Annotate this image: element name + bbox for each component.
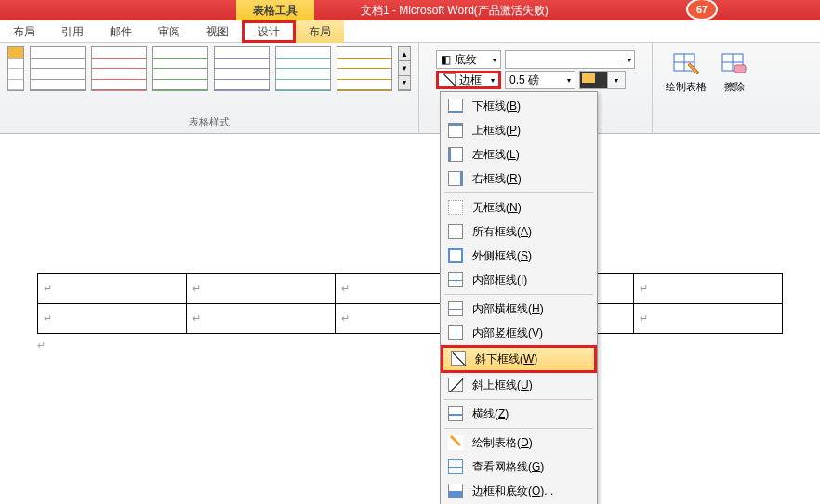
table-cell[interactable]: ↵ xyxy=(633,274,782,304)
tab-layout2[interactable]: 布局 xyxy=(296,20,344,43)
i-draw-icon xyxy=(448,435,463,450)
ribbon-tabs: 布局 引用 邮件 审阅 视图 设计 布局 xyxy=(0,20,820,43)
table-cell[interactable]: ↵ xyxy=(187,274,336,304)
lead-style-swatch[interactable] xyxy=(7,46,24,91)
table-style[interactable] xyxy=(275,46,331,91)
i-none-icon xyxy=(448,200,463,215)
table-style[interactable] xyxy=(337,46,392,91)
group-label-styles: 表格样式 xyxy=(189,115,230,131)
table-style[interactable] xyxy=(91,46,147,91)
border-menu-item[interactable]: 边框和底纹(O)... xyxy=(441,479,597,503)
tab-review[interactable]: 审阅 xyxy=(145,20,193,43)
draw-table-button[interactable]: 绘制表格 xyxy=(666,48,707,127)
borders-menu: 下框线(B)上框线(P)左框线(L)右框线(R)无框线(N)所有框线(A)外侧框… xyxy=(440,91,598,504)
border-icon xyxy=(443,73,456,86)
pen-color-dropdown[interactable]: ▾ xyxy=(579,71,626,89)
draw-table-icon xyxy=(671,48,701,78)
border-menu-item[interactable]: 横线(Z) xyxy=(441,402,597,426)
tab-references[interactable]: 引用 xyxy=(48,20,97,43)
table-cell[interactable]: ↵ xyxy=(38,274,187,304)
i-outside-icon xyxy=(448,248,463,263)
draw-tools: 绘制表格 擦除 xyxy=(653,43,762,133)
notification-badge[interactable]: 67 xyxy=(686,0,718,20)
i-all-icon xyxy=(448,224,463,239)
table-style[interactable] xyxy=(30,46,86,91)
i-inside-v-icon xyxy=(448,325,463,340)
ribbon: ▲ ▼ ▾ 表格样式 ◧ 底纹 ▾ ▾ 边框 ▾ xyxy=(0,43,820,134)
table-row[interactable]: ↵ ↵ ↵ ↵ ↵ xyxy=(38,304,783,334)
border-menu-item[interactable]: 查看网格线(G) xyxy=(441,455,597,479)
i-diag-down-icon xyxy=(451,351,466,366)
border-menu-item[interactable]: 上框线(P) xyxy=(441,118,597,142)
border-menu-item[interactable]: 外侧框线(S) xyxy=(441,244,597,268)
table-cell[interactable]: ↵ xyxy=(633,304,782,334)
tab-view[interactable]: 视图 xyxy=(193,20,242,43)
document-area[interactable]: ↵ ↵ ↵ ↵ ↵ ↵ ↵ ↵ ↵ ↵ ↵ xyxy=(0,134,820,351)
paragraph-mark: ↵ xyxy=(37,339,783,351)
i-shading-icon xyxy=(448,484,463,498)
i-bottom-icon xyxy=(448,99,463,113)
border-menu-item[interactable]: 右框线(R) xyxy=(441,166,597,191)
shading-dropdown[interactable]: ◧ 底纹 ▾ xyxy=(436,50,501,69)
borders-dropdown[interactable]: 边框 ▾ xyxy=(436,71,501,89)
i-diag-up-icon xyxy=(448,378,463,392)
i-inside-icon xyxy=(448,272,463,287)
eraser-icon xyxy=(720,48,749,78)
i-grid-icon xyxy=(448,459,463,474)
tab-layout1[interactable]: 布局 xyxy=(0,20,48,43)
table-cell[interactable]: ↵ xyxy=(38,304,187,334)
table-style[interactable] xyxy=(152,46,208,91)
chevron-down-icon: ▾ xyxy=(567,76,571,85)
table-styles-gallery xyxy=(30,46,392,91)
document-table[interactable]: ↵ ↵ ↵ ↵ ↵ ↵ ↵ ↵ ↵ ↵ xyxy=(37,273,783,334)
border-menu-item[interactable]: 无框线(N) xyxy=(441,195,597,219)
border-menu-item[interactable]: 绘制表格(D) xyxy=(441,431,597,455)
titlebar: 表格工具 文档1 - Microsoft Word(产品激活失败) 67 xyxy=(0,0,820,20)
tab-mail[interactable]: 邮件 xyxy=(97,20,145,43)
gallery-more-icon[interactable]: ▾ xyxy=(399,76,410,90)
border-menu-item[interactable]: 下框线(B) xyxy=(441,94,597,118)
border-menu-item[interactable]: 内部框线(I) xyxy=(441,268,597,292)
pen-weight-dropdown[interactable]: 0.5 磅 ▾ xyxy=(505,71,575,89)
table-cell[interactable]: ↵ xyxy=(187,304,336,334)
border-menu-item[interactable]: 斜下框线(W) xyxy=(441,345,597,373)
table-style[interactable] xyxy=(214,46,270,91)
gallery-scroll: ▲ ▼ ▾ xyxy=(398,46,411,91)
window-title: 文档1 - Microsoft Word(产品激活失败) xyxy=(361,3,549,19)
i-left-icon xyxy=(448,147,463,162)
i-top-icon xyxy=(448,123,463,138)
border-menu-item[interactable]: 斜上框线(U) xyxy=(441,373,597,397)
paint-bucket-icon: ◧ xyxy=(441,53,451,66)
erase-button[interactable]: 擦除 xyxy=(720,48,749,127)
i-right-icon xyxy=(448,171,463,186)
table-row[interactable]: ↵ ↵ ↵ ↵ ↵ xyxy=(38,274,783,304)
tab-design[interactable]: 设计 xyxy=(242,20,296,43)
border-menu-item[interactable]: 左框线(L) xyxy=(441,142,597,166)
i-inside-h-icon xyxy=(448,301,463,316)
border-menu-item[interactable]: 内部竖框线(V) xyxy=(441,321,597,345)
gallery-down-icon[interactable]: ▼ xyxy=(399,61,410,75)
pen-style-dropdown[interactable]: ▾ xyxy=(505,50,635,69)
chevron-down-icon: ▾ xyxy=(491,76,495,85)
pen-color-swatch xyxy=(580,72,608,88)
chevron-down-icon: ▾ xyxy=(493,56,496,64)
chevron-down-icon: ▾ xyxy=(608,72,625,88)
gallery-up-icon[interactable]: ▲ xyxy=(399,47,410,61)
border-menu-item[interactable]: 所有框线(A) xyxy=(441,219,597,244)
i-hline-icon xyxy=(448,406,463,421)
contextual-tab-table-tools: 表格工具 xyxy=(236,0,314,20)
svg-rect-6 xyxy=(734,65,746,73)
border-menu-item[interactable]: 内部横框线(H) xyxy=(441,297,597,321)
